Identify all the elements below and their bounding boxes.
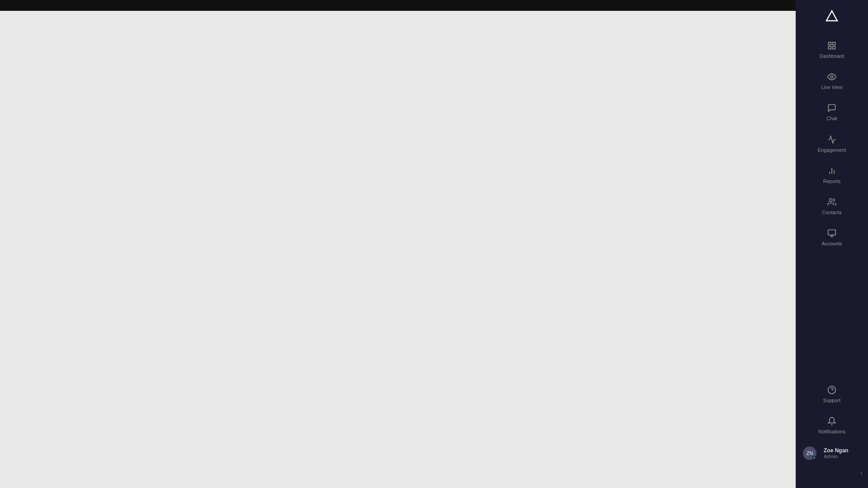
sidebar-item-live-view[interactable]: Live View <box>796 66 868 97</box>
collapse-icon: ‹ <box>860 469 863 477</box>
svg-rect-2 <box>829 47 831 49</box>
sidebar-item-reports-label: Reports <box>823 178 841 184</box>
sidebar-collapse-button[interactable]: ‹ <box>796 465 868 481</box>
sidebar: Dashboard Live View Chat <box>796 0 868 488</box>
sidebar-item-engagement-label: Engagement <box>818 147 846 153</box>
sidebar-item-notifications-label: Notifications <box>818 429 845 435</box>
sidebar-item-chat[interactable]: Chat <box>796 97 868 128</box>
sidebar-nav: Dashboard Live View Chat <box>796 31 868 379</box>
sidebar-item-accounts-label: Accounts <box>821 241 842 247</box>
sidebar-logo[interactable] <box>796 0 868 31</box>
user-role: Admin <box>824 454 849 459</box>
svg-rect-3 <box>833 47 835 49</box>
user-info: Zoe Ngan Admin <box>824 447 849 459</box>
online-indicator <box>812 456 816 460</box>
bar-chart-icon <box>827 166 837 176</box>
engagement-icon <box>827 135 837 145</box>
svg-rect-1 <box>833 42 835 45</box>
svg-point-4 <box>831 76 833 78</box>
accounts-icon <box>827 228 837 238</box>
svg-rect-9 <box>828 230 836 235</box>
bell-icon <box>827 416 837 426</box>
sidebar-item-dashboard[interactable]: Dashboard <box>796 34 868 66</box>
eye-icon <box>827 72 837 82</box>
sidebar-bottom: Support Notifications ZN Zoe Ngan Admin <box>796 379 868 488</box>
sidebar-item-support-label: Support <box>823 398 841 404</box>
avatar-initials: ZN <box>807 450 813 456</box>
sidebar-item-engagement[interactable]: Engagement <box>796 128 868 160</box>
chat-icon <box>827 103 837 113</box>
sidebar-item-chat-label: Chat <box>826 116 837 122</box>
sidebar-item-notifications[interactable]: Notifications <box>796 410 868 441</box>
top-black-bar <box>0 0 796 11</box>
sidebar-item-reports[interactable]: Reports <box>796 160 868 191</box>
avatar: ZN <box>803 446 816 460</box>
sidebar-item-contacts-label: Contacts <box>822 210 841 216</box>
sidebar-item-liveview-label: Live View <box>821 84 843 90</box>
contacts-icon <box>827 197 837 207</box>
user-name: Zoe Ngan <box>824 447 849 454</box>
sidebar-item-dashboard-label: Dashboard <box>820 53 844 59</box>
sidebar-item-contacts[interactable]: Contacts <box>796 191 868 222</box>
sidebar-item-support[interactable]: Support <box>796 379 868 410</box>
sidebar-item-accounts[interactable]: Accounts <box>796 222 868 253</box>
grid-icon <box>827 41 837 51</box>
help-circle-icon <box>827 385 837 395</box>
sidebar-item-user[interactable]: ZN Zoe Ngan Admin <box>796 441 868 465</box>
svg-point-8 <box>829 198 832 202</box>
svg-rect-0 <box>829 42 831 45</box>
